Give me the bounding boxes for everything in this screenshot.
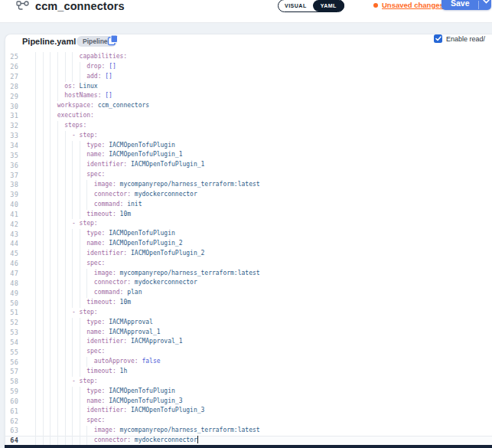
code-line[interactable]: 31 execution: bbox=[5, 111, 492, 121]
code-line[interactable]: 39 connector: mydockerconnector bbox=[5, 190, 492, 200]
code-line[interactable]: 37 spec: bbox=[5, 170, 492, 180]
code-line[interactable]: 25 capabilities: bbox=[5, 52, 492, 62]
code-text[interactable]: type: IACMOpenTofuPlugin bbox=[18, 387, 492, 397]
code-text[interactable]: timeout: 10m bbox=[18, 210, 492, 220]
code-text[interactable]: steps: bbox=[18, 121, 492, 131]
code-text[interactable]: add: [] bbox=[18, 72, 492, 82]
code-text[interactable]: spec: bbox=[18, 347, 492, 357]
code-text[interactable]: connector: mydockerconnector bbox=[18, 278, 492, 288]
indent-guides bbox=[35, 121, 64, 131]
indent-guides bbox=[35, 200, 93, 210]
line-number: 34 bbox=[5, 142, 18, 149]
code-text[interactable]: connector: mydockerconnector bbox=[18, 436, 492, 446]
code-line[interactable]: 56 autoApprove: false bbox=[5, 357, 492, 367]
code-text[interactable]: connector: mydockerconnector bbox=[18, 190, 492, 200]
code-line[interactable]: 49 command: plan bbox=[5, 288, 492, 298]
code-line[interactable]: 51 - step: bbox=[5, 308, 492, 318]
code-line[interactable]: 60 name: IACMOpenTofuPlugin_3 bbox=[5, 397, 492, 407]
code-text[interactable]: spec: bbox=[18, 416, 492, 426]
chevron-down-icon[interactable] bbox=[483, 0, 490, 7]
code-text[interactable]: timeout: 1h bbox=[18, 367, 492, 377]
code-text[interactable]: - step: bbox=[18, 131, 492, 141]
code-line[interactable]: 32 steps: bbox=[5, 121, 492, 131]
code-line[interactable]: 38 image: mycompanyrepo/harness_terrafor… bbox=[5, 180, 492, 190]
copy-icon[interactable] bbox=[107, 34, 119, 49]
code-line[interactable]: 52 type: IACMApproval bbox=[5, 318, 492, 328]
code-text[interactable]: autoApprove: false bbox=[18, 357, 492, 367]
indent-guides bbox=[35, 180, 93, 190]
code-text[interactable]: command: init bbox=[18, 200, 492, 210]
indent-guides bbox=[35, 170, 86, 180]
code-line[interactable]: 35 name: IACMOpenTofuPlugin_1 bbox=[5, 150, 492, 160]
code-text[interactable]: - step: bbox=[18, 308, 492, 318]
code-line[interactable]: 45 identifier: IACMOpenTofuPlugin_2 bbox=[5, 249, 492, 259]
unsaved-changes-link[interactable]: Unsaved changes bbox=[373, 1, 444, 9]
code-text[interactable]: os: Linux bbox=[18, 82, 492, 92]
code-text[interactable]: image: mycompanyrepo/harness_terraform:l… bbox=[18, 180, 492, 190]
code-text[interactable]: spec: bbox=[18, 170, 492, 180]
code-text[interactable]: identifier: IACMApproval_1 bbox=[18, 337, 492, 347]
code-text[interactable]: command: plan bbox=[18, 288, 492, 298]
code-text[interactable]: - step: bbox=[18, 377, 492, 387]
code-text[interactable]: timeout: 10m bbox=[18, 298, 492, 308]
code-text[interactable]: identifier: IACMOpenTofuPlugin_2 bbox=[18, 249, 492, 259]
code-line[interactable]: 62 spec: bbox=[5, 416, 492, 426]
code-text[interactable]: type: IACMOpenTofuPlugin bbox=[18, 229, 492, 239]
code-text[interactable]: drop: [] bbox=[18, 62, 492, 72]
code-line[interactable]: 54 identifier: IACMApproval_1 bbox=[5, 337, 492, 347]
code-line[interactable]: 36 identifier: IACMOpenTofuPlugin_1 bbox=[5, 160, 492, 170]
code-text[interactable]: name: IACMOpenTofuPlugin_1 bbox=[18, 150, 492, 160]
pipeline-icon bbox=[16, 1, 29, 15]
code-text[interactable]: identifier: IACMOpenTofuPlugin_1 bbox=[18, 160, 492, 170]
code-text[interactable]: image: mycompanyrepo/harness_terraform:l… bbox=[18, 426, 492, 436]
indent-guides bbox=[35, 111, 57, 121]
code-lines[interactable]: 25 capabilities:26 drop: []27 add: []28 … bbox=[5, 52, 492, 446]
code-text[interactable]: execution: bbox=[18, 111, 492, 121]
code-text[interactable]: name: IACMOpenTofuPlugin_3 bbox=[18, 397, 492, 407]
code-line[interactable]: 28 os: Linux bbox=[5, 82, 492, 92]
code-line[interactable]: 61 identifier: IACMOpenTofuPlugin_3 bbox=[5, 406, 492, 416]
code-line[interactable]: 63 image: mycompanyrepo/harness_terrafor… bbox=[5, 426, 492, 436]
toggle-visual[interactable]: VISUAL bbox=[279, 0, 313, 11]
code-line[interactable]: 41 timeout: 10m bbox=[5, 210, 492, 220]
code-line[interactable]: 29 hostNames: [] bbox=[5, 91, 492, 101]
code-line[interactable]: 53 name: IACMApproval_1 bbox=[5, 328, 492, 338]
code-text[interactable]: spec: bbox=[18, 259, 492, 269]
enable-edit-checkbox[interactable] bbox=[434, 34, 442, 43]
code-text[interactable]: identifier: IACMOpenTofuPlugin_3 bbox=[18, 406, 492, 416]
code-line[interactable]: 44 name: IACMOpenTofuPlugin_2 bbox=[5, 239, 492, 249]
code-line[interactable]: 40 command: init bbox=[5, 200, 492, 210]
code-text[interactable]: - step: bbox=[18, 219, 492, 229]
code-text[interactable]: type: IACMApproval bbox=[18, 318, 492, 328]
line-number: 37 bbox=[5, 172, 18, 179]
code-line[interactable]: 43 type: IACMOpenTofuPlugin bbox=[5, 229, 492, 239]
code-line[interactable]: 57 timeout: 1h bbox=[5, 367, 492, 377]
code-line[interactable]: 30 workspace: ccm_connectors bbox=[5, 101, 492, 111]
code-line[interactable]: 59 type: IACMOpenTofuPlugin bbox=[5, 387, 492, 397]
save-button[interactable]: Save bbox=[441, 0, 491, 10]
line-number: 58 bbox=[5, 378, 18, 385]
code-text[interactable]: image: mycompanyrepo/harness_terraform:l… bbox=[18, 269, 492, 279]
code-text[interactable]: capabilities: bbox=[18, 52, 492, 62]
code-line[interactable]: 42 - step: bbox=[5, 219, 492, 229]
code-text[interactable]: type: IACMOpenTofuPlugin bbox=[18, 141, 492, 151]
code-line[interactable]: 55 spec: bbox=[5, 347, 492, 357]
code-line[interactable]: 26 drop: [] bbox=[5, 62, 492, 72]
file-name: Pipeline.yaml bbox=[22, 37, 76, 46]
indent-guides bbox=[35, 131, 71, 141]
code-line[interactable]: 33 - step: bbox=[5, 131, 492, 141]
line-number: 54 bbox=[5, 338, 18, 346]
code-line[interactable]: 64 connector: mydockerconnector bbox=[5, 436, 492, 446]
code-line[interactable]: 50 timeout: 10m bbox=[5, 298, 492, 308]
code-text[interactable]: name: IACMApproval_1 bbox=[18, 328, 492, 338]
code-line[interactable]: 47 image: mycompanyrepo/harness_terrafor… bbox=[5, 269, 492, 279]
code-line[interactable]: 46 spec: bbox=[5, 259, 492, 269]
code-line[interactable]: 27 add: [] bbox=[5, 72, 492, 82]
code-text[interactable]: name: IACMOpenTofuPlugin_2 bbox=[18, 239, 492, 249]
code-line[interactable]: 48 connector: mydockerconnector bbox=[5, 278, 492, 288]
code-line[interactable]: 34 type: IACMOpenTofuPlugin bbox=[5, 141, 492, 151]
code-line[interactable]: 58 - step: bbox=[5, 377, 492, 387]
code-text[interactable]: workspace: ccm_connectors bbox=[18, 101, 492, 111]
code-text[interactable]: hostNames: [] bbox=[18, 91, 492, 101]
toggle-yaml[interactable]: YAML bbox=[313, 0, 344, 11]
